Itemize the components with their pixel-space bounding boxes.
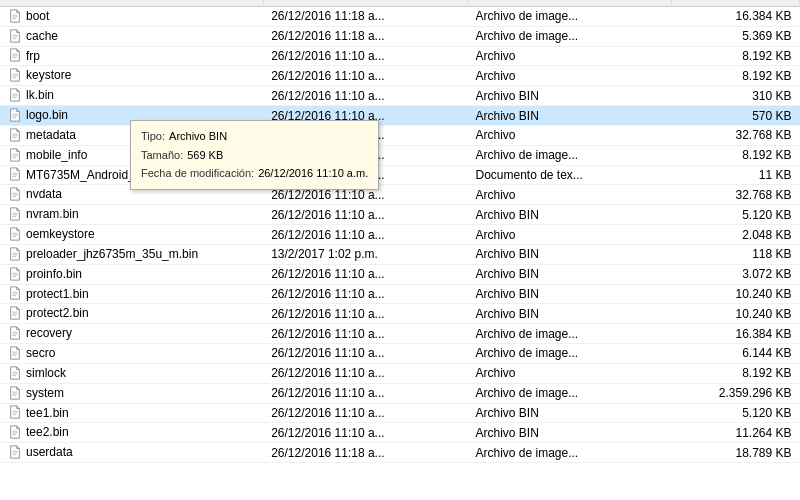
file-name-cell: lk.bin (0, 86, 263, 106)
file-icon (8, 227, 22, 241)
tooltip-value: 26/12/2016 11:10 a.m. (258, 164, 368, 183)
file-type-cell: Archivo de image... (467, 383, 671, 403)
file-icon (8, 346, 22, 360)
file-icon (8, 48, 22, 62)
file-size-cell: 18.789 KB (672, 443, 800, 463)
tooltip-label: Fecha de modificación: (141, 164, 254, 183)
tooltip-box: Tipo: Archivo BINTamaño: 569 KBFecha de … (130, 120, 379, 190)
table-row[interactable]: protect1.bin26/12/2016 11:10 a...Archivo… (0, 284, 800, 304)
file-size-cell: 6.144 KB (672, 344, 800, 364)
file-date-cell: 26/12/2016 11:10 a... (263, 344, 467, 364)
file-name-cell: frp (0, 46, 263, 66)
table-row[interactable]: metadata26/12/2016 11:10 a...Archivo32.7… (0, 125, 800, 145)
table-row[interactable]: simlock26/12/2016 11:10 a...Archivo8.192… (0, 363, 800, 383)
file-name-cell: preloader_jhz6735m_35u_m.bin (0, 244, 263, 264)
file-type-cell: Archivo de image... (467, 443, 671, 463)
file-icon (8, 207, 22, 221)
file-type-cell: Archivo BIN (467, 423, 671, 443)
file-icon (8, 366, 22, 380)
table-row[interactable]: recovery26/12/2016 11:10 a...Archivo de … (0, 324, 800, 344)
file-type-cell: Archivo BIN (467, 106, 671, 126)
file-size-cell: 11.264 KB (672, 423, 800, 443)
file-icon (8, 405, 22, 419)
file-size-cell: 16.384 KB (672, 7, 800, 27)
table-row[interactable]: nvram.bin26/12/2016 11:10 a...Archivo BI… (0, 205, 800, 225)
file-name-cell: nvram.bin (0, 205, 263, 225)
file-list[interactable]: boot26/12/2016 11:18 a...Archivo de imag… (0, 0, 800, 500)
file-size-cell: 10.240 KB (672, 284, 800, 304)
table-row[interactable]: preloader_jhz6735m_35u_m.bin13/2/2017 1:… (0, 244, 800, 264)
table-row[interactable]: oemkeystore26/12/2016 11:10 a...Archivo2… (0, 225, 800, 245)
table-row[interactable]: protect2.bin26/12/2016 11:10 a...Archivo… (0, 304, 800, 324)
file-type-cell: Archivo (467, 46, 671, 66)
file-date-cell: 26/12/2016 11:10 a... (263, 205, 467, 225)
table-row[interactable]: userdata26/12/2016 11:18 a...Archivo de … (0, 443, 800, 463)
file-name-cell: proinfo.bin (0, 264, 263, 284)
file-name-cell: keystore (0, 66, 263, 86)
table-row[interactable]: MT6735M_Android_...26/12/2016 11:10 a...… (0, 165, 800, 185)
table-row[interactable]: keystore26/12/2016 11:10 a...Archivo8.19… (0, 66, 800, 86)
table-row[interactable]: tee2.bin26/12/2016 11:10 a...Archivo BIN… (0, 423, 800, 443)
table-row[interactable]: secro26/12/2016 11:10 a...Archivo de ima… (0, 344, 800, 364)
file-date-cell: 26/12/2016 11:10 a... (263, 264, 467, 284)
file-name-cell: secro (0, 344, 263, 364)
table-row[interactable]: mobile_info26/12/2016 11:10 a...Archivo … (0, 145, 800, 165)
file-tbody: boot26/12/2016 11:18 a...Archivo de imag… (0, 7, 800, 463)
file-type-cell: Archivo BIN (467, 205, 671, 225)
file-size-cell: 10.240 KB (672, 304, 800, 324)
file-date-cell: 26/12/2016 11:10 a... (263, 423, 467, 443)
file-date-cell: 26/12/2016 11:10 a... (263, 66, 467, 86)
file-type-cell: Archivo (467, 363, 671, 383)
file-type-cell: Archivo (467, 225, 671, 245)
file-type-cell: Archivo de image... (467, 324, 671, 344)
file-date-cell: 26/12/2016 11:10 a... (263, 225, 467, 245)
file-type-cell: Archivo de image... (467, 26, 671, 46)
tooltip-popup: Tipo: Archivo BINTamaño: 569 KBFecha de … (130, 120, 379, 190)
file-date-cell: 26/12/2016 11:18 a... (263, 7, 467, 27)
file-name-cell: userdata (0, 443, 263, 463)
file-date-cell: 26/12/2016 11:10 a... (263, 383, 467, 403)
table-row[interactable]: nvdata26/12/2016 11:10 a...Archivo32.768… (0, 185, 800, 205)
file-name-cell: system (0, 383, 263, 403)
file-table: boot26/12/2016 11:18 a...Archivo de imag… (0, 0, 800, 463)
file-size-cell: 8.192 KB (672, 66, 800, 86)
file-date-cell: 26/12/2016 11:10 a... (263, 403, 467, 423)
file-icon (8, 326, 22, 340)
file-size-cell: 310 KB (672, 86, 800, 106)
file-size-cell: 3.072 KB (672, 264, 800, 284)
table-row[interactable]: frp26/12/2016 11:10 a...Archivo8.192 KB (0, 46, 800, 66)
file-type-cell: Archivo BIN (467, 284, 671, 304)
file-icon (8, 68, 22, 82)
file-type-cell: Archivo BIN (467, 86, 671, 106)
file-icon (8, 286, 22, 300)
file-name-cell: boot (0, 7, 263, 27)
table-row[interactable]: system26/12/2016 11:10 a...Archivo de im… (0, 383, 800, 403)
table-row[interactable]: lk.bin26/12/2016 11:10 a...Archivo BIN31… (0, 86, 800, 106)
table-row[interactable]: logo.bin26/12/2016 11:10 a...Archivo BIN… (0, 106, 800, 126)
table-row[interactable]: boot26/12/2016 11:18 a...Archivo de imag… (0, 7, 800, 27)
table-row[interactable]: cache26/12/2016 11:18 a...Archivo de ima… (0, 26, 800, 46)
file-size-cell: 5.120 KB (672, 403, 800, 423)
file-icon (8, 128, 22, 142)
file-icon (8, 167, 22, 181)
table-row[interactable]: proinfo.bin26/12/2016 11:10 a...Archivo … (0, 264, 800, 284)
file-name-cell: protect1.bin (0, 284, 263, 304)
tooltip-row: Tipo: Archivo BIN (141, 127, 368, 146)
file-size-cell: 32.768 KB (672, 185, 800, 205)
file-type-cell: Archivo BIN (467, 244, 671, 264)
file-date-cell: 26/12/2016 11:10 a... (263, 46, 467, 66)
file-icon (8, 148, 22, 162)
file-size-cell: 32.768 KB (672, 125, 800, 145)
file-date-cell: 26/12/2016 11:10 a... (263, 324, 467, 344)
file-type-cell: Documento de tex... (467, 165, 671, 185)
file-icon (8, 386, 22, 400)
tooltip-label: Tipo: (141, 127, 165, 146)
file-size-cell: 5.369 KB (672, 26, 800, 46)
file-type-cell: Archivo BIN (467, 403, 671, 423)
table-row[interactable]: tee1.bin26/12/2016 11:10 a...Archivo BIN… (0, 403, 800, 423)
file-date-cell: 26/12/2016 11:18 a... (263, 443, 467, 463)
file-name-cell: oemkeystore (0, 225, 263, 245)
file-name-cell: tee1.bin (0, 403, 263, 423)
file-name-cell: tee2.bin (0, 423, 263, 443)
file-date-cell: 26/12/2016 11:10 a... (263, 363, 467, 383)
